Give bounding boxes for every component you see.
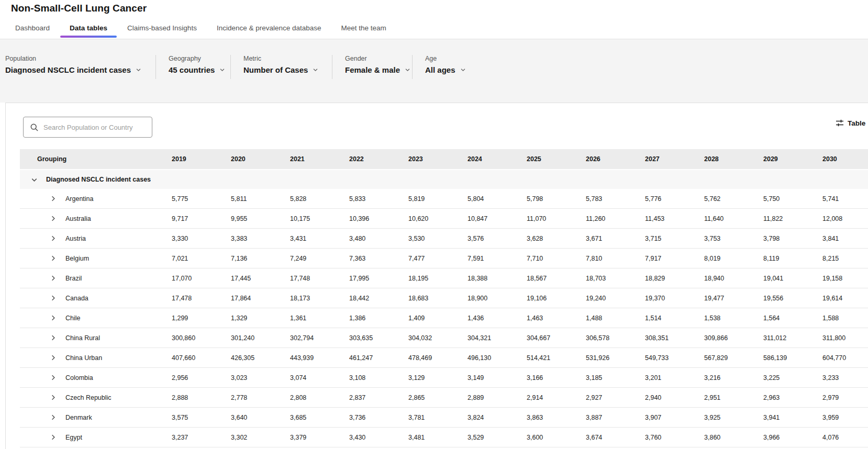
filter-age-value: All ages: [425, 65, 455, 74]
value-cell: 3,798: [754, 229, 814, 248]
value-cell: 407,660: [163, 348, 222, 367]
value-cell: 7,249: [281, 249, 340, 268]
value-cell: 2,837: [340, 388, 399, 407]
tab-claims-based-insights[interactable]: Claims-based Insights: [118, 20, 206, 36]
value-cell: 3,600: [518, 428, 577, 447]
value-cell: 1,588: [814, 308, 868, 328]
table-row[interactable]: Egypt 3,2373,3023,3793,4303,4813,5293,60…: [20, 428, 868, 447]
value-cell: 3,430: [340, 428, 399, 447]
year-column-header: 2024: [459, 155, 518, 163]
value-cell: 3,966: [754, 428, 814, 447]
value-cell: 604,770: [814, 348, 868, 367]
value-cell: 3,201: [636, 368, 695, 387]
table-row[interactable]: Colombia 2,9563,0233,0743,1083,1293,1493…: [20, 368, 868, 388]
tab-dashboard[interactable]: Dashboard: [6, 20, 59, 36]
search-icon: [30, 123, 39, 132]
value-cell: 8,215: [814, 249, 868, 268]
value-cell: 3,715: [636, 229, 695, 248]
table-row[interactable]: China Rural 300,860301,240302,794303,635…: [20, 328, 868, 348]
country-label: Denmark: [65, 414, 92, 421]
chevron-down-icon: [219, 67, 225, 73]
table-row[interactable]: Australia 9,7179,95510,17510,39610,62010…: [20, 209, 868, 229]
expand-row-button[interactable]: [49, 374, 57, 381]
value-cell: 478,469: [399, 348, 459, 367]
value-cell: 3,480: [340, 229, 399, 248]
table-row[interactable]: Denmark 3,5753,6403,6853,7363,7813,8243,…: [20, 408, 868, 428]
year-column-header: 2025: [518, 155, 577, 163]
expand-row-button[interactable]: [49, 215, 57, 222]
value-cell: 19,370: [636, 288, 695, 308]
country-label: China Rural: [65, 334, 100, 342]
tab-meet-the-team[interactable]: Meet the team: [332, 20, 396, 36]
value-cell: 2,940: [636, 388, 695, 407]
value-cell: 443,939: [281, 348, 340, 367]
expand-row-button[interactable]: [49, 254, 57, 262]
value-cell: 2,914: [518, 388, 577, 407]
table-row[interactable]: Belgium 7,0217,1367,2497,3637,4777,5917,…: [20, 249, 868, 268]
tab-incidence-prevalence-database[interactable]: Incidence & prevalence database: [207, 20, 331, 36]
expand-row-button[interactable]: [49, 195, 57, 203]
filter-gender-dropdown[interactable]: Female & male: [345, 65, 410, 74]
value-cell: 1,436: [459, 308, 518, 328]
year-column-header: 2029: [754, 155, 814, 163]
country-label: Austria: [65, 235, 86, 242]
expand-row-button[interactable]: [49, 294, 57, 302]
table-view-toggle[interactable]: Table: [836, 119, 865, 127]
expand-row-button[interactable]: [49, 354, 57, 362]
table-row[interactable]: Canada 17,47817,86418,17318,44218,68318,…: [20, 288, 868, 308]
expand-row-button[interactable]: [49, 413, 57, 421]
filter-metric-dropdown[interactable]: Number of Cases: [243, 65, 318, 74]
value-cell: 11,822: [754, 209, 814, 228]
filter-metric-value: Number of Cases: [243, 65, 308, 74]
value-cell: 1,564: [754, 308, 814, 328]
value-cell: 9,955: [222, 209, 281, 228]
parent-row-diagnosed-nsclc-incident-cases[interactable]: Diagnosed NSCLC incident cases: [20, 169, 868, 189]
value-cell: 19,614: [814, 288, 868, 308]
table-row[interactable]: China Urban 407,660426,305443,939461,247…: [20, 348, 868, 368]
chevron-down-icon: [313, 67, 318, 73]
table-row[interactable]: Argentina 5,7755,8115,8285,8335,8195,804…: [20, 189, 868, 209]
filter-metric: Metric Number of Cases: [230, 55, 332, 79]
value-cell: 5,833: [340, 189, 399, 208]
value-cell: 9,717: [163, 209, 222, 228]
tab-data-tables[interactable]: Data tables: [60, 20, 117, 36]
value-cell: 1,409: [399, 308, 459, 328]
chevron-right-icon: [49, 413, 57, 421]
expand-row-button[interactable]: [49, 433, 57, 441]
table-row[interactable]: Czech Republic 2,8882,7782,8082,8372,865…: [20, 388, 868, 408]
value-cell: 18,900: [459, 288, 518, 308]
value-cell: 461,247: [340, 348, 399, 367]
expand-row-button[interactable]: [49, 234, 57, 242]
value-cell: 10,620: [399, 209, 459, 228]
value-cell: 5,798: [518, 189, 577, 208]
filter-geography-dropdown[interactable]: 45 countries: [169, 65, 225, 74]
table-row[interactable]: Chile 1,2991,3291,3611,3861,4091,4361,46…: [20, 308, 868, 328]
table-row[interactable]: Brazil 17,07017,44517,74817,99518,19518,…: [20, 268, 868, 288]
value-cell: 17,748: [281, 268, 340, 288]
expand-row-button[interactable]: [49, 394, 57, 401]
value-cell: 2,889: [459, 388, 518, 407]
grouping-column-header: Grouping: [20, 149, 163, 169]
table-row[interactable]: Austria 3,3303,3833,4313,4803,5303,5763,…: [20, 229, 868, 249]
value-cell: 3,760: [636, 428, 695, 447]
value-cell: 3,753: [695, 229, 754, 248]
search-input[interactable]: [43, 124, 147, 131]
value-cell: 3,023: [222, 368, 281, 387]
filter-population-dropdown[interactable]: Diagnosed NSCLC incident cases: [5, 65, 141, 74]
country-label: Chile: [65, 315, 81, 322]
year-column-header: 2027: [636, 155, 695, 163]
chevron-right-icon: [49, 254, 57, 262]
value-cell: 306,578: [577, 328, 636, 347]
value-cell: 7,710: [518, 249, 577, 268]
collapse-row-button[interactable]: [30, 176, 38, 184]
value-cell: 1,361: [281, 308, 340, 328]
expand-row-button[interactable]: [49, 334, 57, 342]
filter-age-dropdown[interactable]: All ages: [425, 65, 466, 74]
filter-geography-value: 45 countries: [169, 65, 215, 74]
value-cell: 19,041: [754, 268, 814, 288]
value-cell: 3,379: [281, 428, 340, 447]
value-cell: 311,800: [814, 328, 868, 347]
value-cell: 1,329: [222, 308, 281, 328]
expand-row-button[interactable]: [49, 274, 57, 282]
expand-row-button[interactable]: [49, 314, 57, 322]
